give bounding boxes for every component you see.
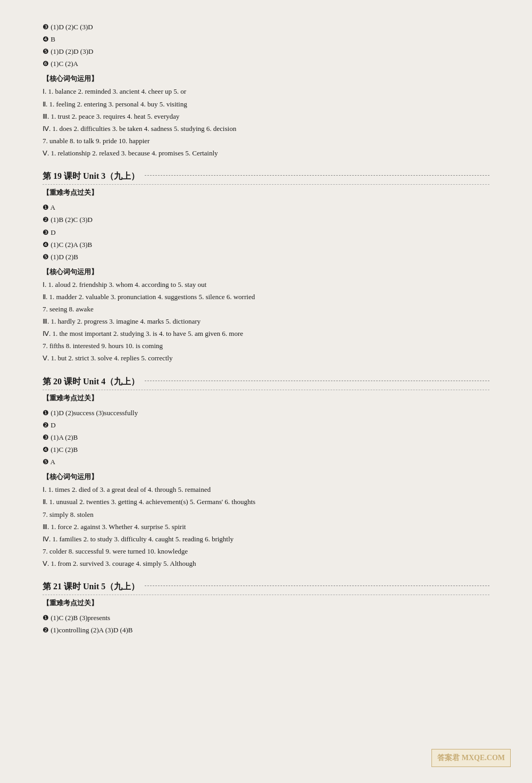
header-dots <box>145 175 489 176</box>
answer-line: ❶ (1)C (2)B (3)presents <box>43 612 489 624</box>
vocab-line: Ⅱ. 1. unusual 2. twenties 3. getting 4. … <box>43 496 489 508</box>
answer-line: ❸ D <box>43 227 489 238</box>
vocab-line: Ⅱ. 1. feeling 2. entering 3. personal 4.… <box>43 98 489 110</box>
vocab-section: 【核心词句运用】Ⅰ. 1. times 2. died of 3. a grea… <box>43 471 489 570</box>
answer-line: ❹ (1)C (2)A (3)B <box>43 239 489 251</box>
header-dots <box>145 381 489 381</box>
answers-section: ❶ (1)D (2)success (3)successfully❷ D❸ (1… <box>43 407 489 468</box>
answer-line: ❹ B <box>43 34 489 45</box>
unit-title: 第 19 课时 Unit 3（九上） <box>43 169 139 183</box>
section-label: 【核心词句运用】 <box>43 73 489 85</box>
section-label: 【重难考点过关】 <box>43 597 489 609</box>
unit-title: 第 21 课时 Unit 5（九上） <box>43 579 139 594</box>
section-label: 【核心词句运用】 <box>43 471 489 483</box>
vocab-line: Ⅲ. 1. force 2. against 3. Whether 4. sur… <box>43 521 489 533</box>
vocab-line: 7. colder 8. successful 9. were turned 1… <box>43 546 489 557</box>
vocab-section: 【核心词句运用】Ⅰ. 1. aloud 2. friendship 3. who… <box>43 266 489 365</box>
answer-line: ❸ (1)D (2)C (3)D <box>43 21 489 33</box>
vocab-section: 【核心词句运用】Ⅰ. 1. balance 2. reminded 3. anc… <box>43 73 489 159</box>
watermark: 答案君 MXQE.COM <box>431 749 511 767</box>
page-content: ❸ (1)D (2)C (3)D❹ B❺ (1)D (2)D (3)D❻ (1)… <box>43 21 489 637</box>
vocab-line: Ⅲ. 1. trust 2. peace 3. requires 4. heat… <box>43 111 489 122</box>
header-dots <box>145 586 489 586</box>
answer-line: ❸ (1)A (2)B <box>43 432 489 443</box>
vocab-line: Ⅳ. 1. the most important 2. studying 3. … <box>43 328 489 340</box>
section-label: 【重难考点过关】 <box>43 187 489 199</box>
answer-line: ❶ A <box>43 202 489 213</box>
vocab-line: Ⅲ. 1. hardly 2. progress 3. imagine 4. m… <box>43 316 489 327</box>
section-label: 【核心词句运用】 <box>43 266 489 278</box>
vocab-line: Ⅴ. 1. but 2. strict 3. solve 4. replies … <box>43 352 489 364</box>
answer-line: ❶ (1)D (2)success (3)successfully <box>43 407 489 419</box>
answers-section: ❶ A❷ (1)B (2)C (3)D❸ D❹ (1)C (2)A (3)B❺ … <box>43 202 489 262</box>
answers-section: ❶ (1)C (2)B (3)presents❷ (1)controlling … <box>43 612 489 636</box>
answer-line: ❹ (1)C (2)B <box>43 444 489 456</box>
vocab-line: Ⅳ. 1. families 2. to study 3. difficulty… <box>43 533 489 545</box>
answers-section: ❸ (1)D (2)C (3)D❹ B❺ (1)D (2)D (3)D❻ (1)… <box>43 21 489 70</box>
answer-line: ❷ D <box>43 419 489 431</box>
answer-line: ❺ (1)D (2)B <box>43 251 489 263</box>
unit-header: 第 20 课时 Unit 4（九上） <box>43 374 489 390</box>
vocab-line: 7. seeing 8. awake <box>43 303 489 315</box>
vocab-line: Ⅱ. 1. madder 2. valuable 3. pronunciatio… <box>43 291 489 303</box>
vocab-line: Ⅰ. 1. times 2. died of 3. a great deal o… <box>43 484 489 496</box>
vocab-section: 【重难考点过关】 <box>43 187 489 199</box>
vocab-section: 【重难考点过关】 <box>43 597 489 609</box>
answer-line: ❺ (1)D (2)D (3)D <box>43 46 489 57</box>
answer-line: ❺ A <box>43 456 489 468</box>
unit-header: 第 19 课时 Unit 3（九上） <box>43 169 489 185</box>
vocab-line: Ⅰ. 1. balance 2. reminded 3. ancient 4. … <box>43 86 489 97</box>
vocab-line: 7. simply 8. stolen <box>43 509 489 521</box>
section-label: 【重难考点过关】 <box>43 392 489 404</box>
answer-line: ❷ (1)B (2)C (3)D <box>43 214 489 226</box>
vocab-line: Ⅴ. 1. relationship 2. relaxed 3. because… <box>43 147 489 159</box>
unit-header: 第 21 课时 Unit 5（九上） <box>43 579 489 595</box>
vocab-line: Ⅳ. 1. does 2. difficulties 3. be taken 4… <box>43 123 489 135</box>
unit-title: 第 20 课时 Unit 4（九上） <box>43 374 139 389</box>
vocab-line: 7. fifths 8. interested 9. hours 10. is … <box>43 340 489 352</box>
answer-line: ❻ (1)C (2)A <box>43 58 489 70</box>
vocab-line: Ⅰ. 1. aloud 2. friendship 3. whom 4. acc… <box>43 279 489 291</box>
vocab-line: 7. unable 8. to talk 9. pride 10. happie… <box>43 135 489 147</box>
vocab-line: Ⅴ. 1. from 2. survived 3. courage 4. sim… <box>43 558 489 570</box>
vocab-section: 【重难考点过关】 <box>43 392 489 404</box>
answer-line: ❷ (1)controlling (2)A (3)D (4)B <box>43 624 489 636</box>
